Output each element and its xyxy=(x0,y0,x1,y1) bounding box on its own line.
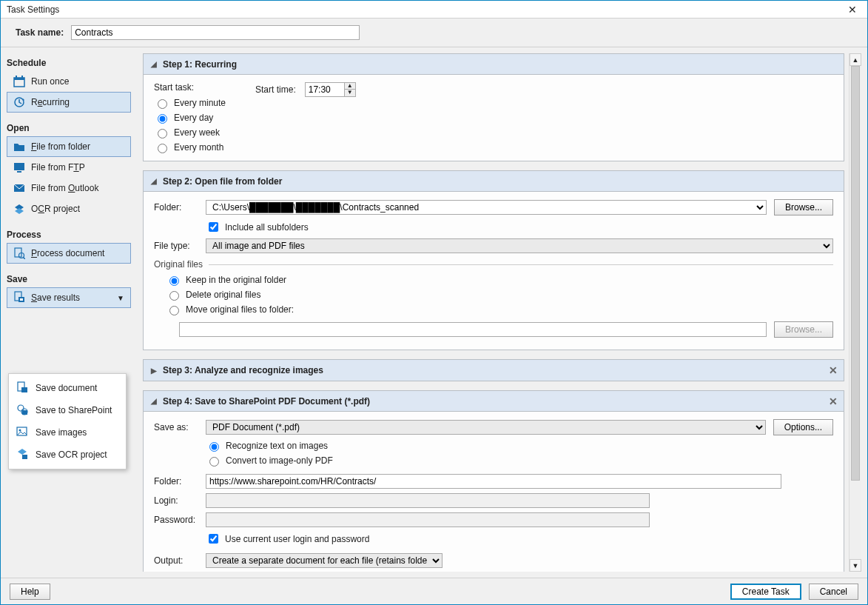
password-input xyxy=(206,512,650,527)
sidebar-item-file-from-ftp[interactable]: File from FTP xyxy=(7,157,131,178)
options-button[interactable]: Options... xyxy=(773,419,833,435)
panel-header-step2[interactable]: ◢ Step 2: Open file from folder xyxy=(144,171,844,192)
panel-title: Step 1: Recurring xyxy=(163,59,237,70)
radio-every-minute[interactable]: Every minute xyxy=(154,97,226,109)
menu-item-label: Save to SharePoint xyxy=(36,405,112,415)
radio-every-day[interactable]: Every day xyxy=(154,112,226,124)
task-name-label: Task name: xyxy=(16,27,64,38)
sidebar-item-ocr-project[interactable]: OCR project xyxy=(7,198,131,219)
vertical-scrollbar[interactable]: ▲ ▼ xyxy=(849,53,861,572)
layers-save-icon xyxy=(16,448,28,462)
save-as-label: Save as: xyxy=(154,422,206,432)
svg-point-16 xyxy=(18,405,24,411)
sp-folder-label: Folder: xyxy=(154,476,206,487)
menu-item-save-sharepoint[interactable]: Save to SharePoint xyxy=(9,399,126,421)
original-files-label: Original files xyxy=(154,259,833,270)
panel-step3: ▶ Step 3: Analyze and recognize images ✕ xyxy=(143,359,844,381)
sidebar-item-recurring[interactable]: Recurring xyxy=(7,92,131,113)
panel-header-step1[interactable]: ◢ Step 1: Recurring xyxy=(144,54,844,75)
mail-icon xyxy=(13,182,25,194)
dialog-footer: Help Create Task Cancel xyxy=(1,578,867,604)
scrollbar-track[interactable] xyxy=(850,66,861,559)
folder-combo[interactable]: C:\Users\███████\███████\Contracts_scann… xyxy=(206,200,767,215)
create-task-button[interactable]: Create Task xyxy=(730,584,801,600)
panel-header-step3[interactable]: ▶ Step 3: Analyze and recognize images ✕ xyxy=(144,360,844,381)
svg-rect-8 xyxy=(15,248,21,257)
close-step-icon[interactable]: ✕ xyxy=(829,395,838,407)
use-current-user-checkbox[interactable]: Use current user login and password xyxy=(206,532,369,546)
task-name-row: Task name: xyxy=(1,19,867,47)
menu-item-label: Save OCR project xyxy=(36,449,107,460)
sidebar-item-process-document[interactable]: Process document xyxy=(7,243,131,264)
task-name-input[interactable] xyxy=(71,25,360,40)
radio-keep-original[interactable]: Keep in the original folder xyxy=(166,274,833,286)
sidebar-group-open: Open xyxy=(7,123,131,133)
chevron-down-icon: ▼ xyxy=(117,294,124,302)
process-icon xyxy=(13,247,25,259)
panel-title: Step 3: Analyze and recognize images xyxy=(163,365,323,375)
scroll-down-icon[interactable]: ▼ xyxy=(850,559,861,572)
sidebar-group-schedule: Schedule xyxy=(7,58,131,68)
close-step-icon[interactable]: ✕ xyxy=(829,364,838,376)
spinner-buttons[interactable]: ▲▼ xyxy=(345,82,356,97)
sidebar-group-save: Save xyxy=(7,274,131,284)
sidebar-group-process: Process xyxy=(7,230,131,240)
scrollbar-thumb[interactable] xyxy=(851,66,860,481)
svg-rect-18 xyxy=(22,410,27,415)
sidebar-item-label: Recurring xyxy=(31,97,70,107)
password-label: Password: xyxy=(154,515,206,525)
login-input xyxy=(206,493,650,508)
save-icon xyxy=(13,291,25,305)
help-button[interactable]: Help xyxy=(10,584,50,600)
panel-header-step4[interactable]: ◢ Step 4: Save to SharePoint PDF Documen… xyxy=(144,391,844,412)
sidebar-item-label: OCR project xyxy=(31,204,80,214)
output-label: Output: xyxy=(154,555,206,566)
include-subfolders-checkbox[interactable]: Include all subfolders xyxy=(206,220,309,234)
panel-step4: ◢ Step 4: Save to SharePoint PDF Documen… xyxy=(143,390,844,572)
scroll-up-icon[interactable]: ▲ xyxy=(850,53,861,66)
login-label: Login: xyxy=(154,495,206,506)
cancel-button[interactable]: Cancel xyxy=(809,584,858,600)
sidebar-item-save-results[interactable]: Save results ▼ xyxy=(7,287,131,308)
panel-step1: ◢ Step 1: Recurring Start task: Every mi… xyxy=(143,53,844,161)
start-time-input[interactable] xyxy=(305,82,345,97)
svg-rect-2 xyxy=(16,76,17,78)
svg-rect-3 xyxy=(21,76,23,78)
svg-rect-21 xyxy=(22,455,27,459)
spin-down-icon[interactable]: ▼ xyxy=(345,90,355,96)
collapse-icon: ◢ xyxy=(151,60,157,68)
task-settings-dialog: Task Settings ✕ Task name: Schedule Run … xyxy=(0,0,868,605)
radio-recognize-text[interactable]: Recognize text on images xyxy=(206,440,833,452)
sidebar-item-file-from-outlook[interactable]: File from Outlook xyxy=(7,178,131,198)
close-icon[interactable]: ✕ xyxy=(844,4,861,16)
menu-item-label: Save document xyxy=(36,383,97,393)
radio-every-month[interactable]: Every month xyxy=(154,141,226,153)
start-time-spinner[interactable]: ▲▼ xyxy=(305,82,356,97)
output-select[interactable]: Create a separate document for each file… xyxy=(206,553,443,568)
collapse-icon: ◢ xyxy=(151,177,157,185)
save-as-select[interactable]: PDF Document (*.pdf) xyxy=(206,420,766,435)
sidebar-item-file-from-folder[interactable]: File from folder xyxy=(7,136,131,157)
sidebar-item-label: Save results xyxy=(31,293,80,303)
content-area: ◢ Step 1: Recurring Start task: Every mi… xyxy=(137,47,867,578)
radio-image-only[interactable]: Convert to image-only PDF xyxy=(206,455,833,467)
svg-line-10 xyxy=(23,257,25,259)
menu-item-save-document[interactable]: Save document xyxy=(9,377,126,399)
svg-rect-6 xyxy=(17,171,21,173)
save-results-menu: Save document Save to SharePoint Save im… xyxy=(8,373,127,469)
sidebar-item-run-once[interactable]: Run once xyxy=(7,71,131,92)
browse-button[interactable]: Browse... xyxy=(774,199,833,215)
radio-every-week[interactable]: Every week xyxy=(154,127,226,138)
sharepoint-folder-input[interactable] xyxy=(206,474,781,489)
sidebar-item-label: Run once xyxy=(31,76,69,87)
layers-icon xyxy=(13,203,25,215)
folder-label: Folder: xyxy=(154,202,206,213)
folder-icon xyxy=(13,141,25,153)
sidebar-item-label: File from FTP xyxy=(31,162,85,173)
panel-title: Step 4: Save to SharePoint PDF Document … xyxy=(163,396,370,407)
menu-item-save-images[interactable]: Save images xyxy=(9,421,126,444)
radio-delete-original[interactable]: Delete original files xyxy=(166,289,833,301)
menu-item-save-ocr-project[interactable]: Save OCR project xyxy=(9,444,126,466)
file-type-select[interactable]: All image and PDF files xyxy=(206,238,833,253)
radio-move-original[interactable]: Move original files to folder: xyxy=(166,304,833,315)
